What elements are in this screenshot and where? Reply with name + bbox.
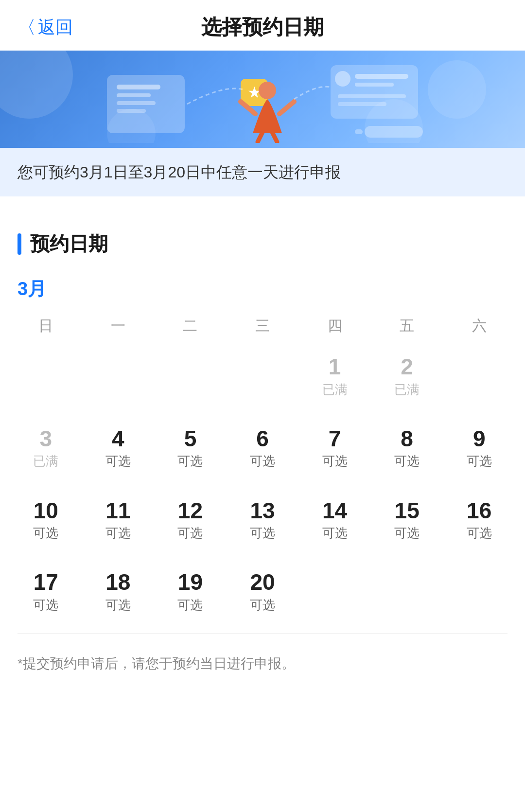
calendar-day-3: 3已满 (10, 418, 82, 480)
banner-scene: ★ (0, 51, 525, 148)
calendar-day-15[interactable]: 15可选 (371, 490, 443, 552)
spacer (0, 196, 525, 211)
calendar-day-8[interactable]: 8可选 (371, 418, 443, 480)
header: 〈 返回 选择预约日期 (0, 0, 525, 51)
section-header: 预约日期 (0, 211, 525, 257)
notice-bar: 您可预约3月1日至3月20日中任意一天进行申报 (0, 148, 525, 196)
calendar-weekday-header: 日 一 二 三 四 五 六 (10, 311, 515, 346)
calendar-grid: 1已满2已满3已满4可选5可选6可选7可选8可选9可选10可选11可选12可选1… (10, 346, 515, 623)
cell-status-label: 已满 (394, 382, 420, 397)
weekday-mon: 一 (82, 316, 155, 336)
calendar: 日 一 二 三 四 五 六 1已满2已满3已满4可选5可选6可选7可选8可选9可… (0, 311, 525, 623)
cell-day-number: 17 (34, 570, 58, 595)
footer-note: *提交预约申请后，请您于预约当日进行申报。 (0, 634, 525, 699)
calendar-empty-0 (10, 346, 82, 408)
svg-rect-12 (355, 129, 363, 134)
calendar-day-5[interactable]: 5可选 (154, 418, 227, 480)
weekday-wed: 三 (227, 316, 299, 336)
weekday-fri: 五 (371, 316, 443, 336)
calendar-day-1: 1已满 (298, 346, 371, 408)
cell-day-number: 8 (401, 426, 413, 451)
cell-status-label: 已满 (33, 454, 58, 469)
weekday-sat: 六 (443, 316, 515, 336)
svg-rect-1 (117, 85, 160, 89)
svg-rect-9 (338, 94, 406, 98)
cell-status-label: 可选 (105, 454, 131, 469)
page-title: 选择预约日期 (201, 14, 324, 41)
calendar-day-17[interactable]: 17可选 (10, 561, 82, 623)
cell-day-number: 20 (250, 570, 275, 595)
calendar-day-12[interactable]: 12可选 (154, 490, 227, 552)
cell-day-number: 3 (39, 426, 52, 451)
cell-status-label: 可选 (250, 598, 275, 613)
weekday-sun: 日 (10, 316, 82, 336)
calendar-day-20[interactable]: 20可选 (227, 561, 299, 623)
cell-day-number: 14 (322, 498, 347, 523)
notice-text: 您可预约3月1日至3月20日中任意一天进行申报 (18, 163, 341, 181)
cell-status-label: 可选 (394, 526, 420, 541)
cell-status-label: 可选 (250, 454, 275, 469)
cell-day-number: 4 (112, 426, 124, 451)
calendar-empty-3 (227, 346, 299, 408)
calendar-day-4[interactable]: 4可选 (82, 418, 155, 480)
calendar-empty-2 (154, 346, 227, 408)
calendar-day-7[interactable]: 7可选 (298, 418, 371, 480)
cell-status-label: 可选 (322, 526, 348, 541)
svg-line-19 (272, 132, 277, 142)
cell-day-number: 16 (467, 498, 491, 523)
calendar-day-6[interactable]: 6可选 (227, 418, 299, 480)
weekday-thu: 四 (298, 316, 371, 336)
cell-status-label: 可选 (322, 454, 348, 469)
calendar-empty-26 (371, 561, 443, 623)
cell-status-label: 可选 (177, 526, 203, 541)
back-label: 返回 (38, 16, 73, 39)
section-bar-decoration (18, 233, 21, 255)
cell-day-number: 1 (329, 354, 341, 379)
cell-status-label: 可选 (394, 454, 420, 469)
cell-status-label: 可选 (33, 598, 58, 613)
svg-rect-7 (355, 74, 408, 79)
cell-day-number: 7 (329, 426, 341, 451)
calendar-day-19[interactable]: 19可选 (154, 561, 227, 623)
back-chevron-icon: 〈 (18, 15, 36, 40)
calendar-day-16[interactable]: 16可选 (443, 490, 515, 552)
section-title-row: 预约日期 (18, 230, 508, 257)
cell-day-number: 10 (34, 498, 58, 523)
calendar-day-11[interactable]: 11可选 (82, 490, 155, 552)
spacer2 (0, 623, 525, 633)
cell-day-number: 9 (473, 426, 486, 451)
calendar-day-14[interactable]: 14可选 (298, 490, 371, 552)
calendar-empty-27 (443, 561, 515, 623)
cell-status-label: 可选 (467, 526, 492, 541)
cell-status-label: 可选 (177, 598, 203, 613)
calendar-day-2: 2已满 (371, 346, 443, 408)
cell-status-label: 可选 (177, 454, 203, 469)
month-label: 3月 (0, 272, 525, 311)
calendar-empty-1 (82, 346, 155, 408)
svg-point-15 (259, 82, 276, 99)
calendar-day-13[interactable]: 13可选 (227, 490, 299, 552)
cell-status-label: 可选 (33, 526, 58, 541)
cell-day-number: 15 (395, 498, 420, 523)
cell-day-number: 2 (401, 354, 413, 379)
calendar-day-10[interactable]: 10可选 (10, 490, 82, 552)
cell-day-number: 5 (184, 426, 197, 451)
cell-status-label: 可选 (105, 526, 131, 541)
cell-status-label: 可选 (250, 526, 275, 541)
cell-day-number: 12 (178, 498, 203, 523)
section-title-text: 预约日期 (30, 230, 108, 257)
cell-day-number: 19 (178, 570, 203, 595)
cell-status-label: 可选 (105, 598, 131, 613)
calendar-empty-6 (443, 346, 515, 408)
cell-status-label: 可选 (467, 454, 492, 469)
back-button[interactable]: 〈 返回 (18, 15, 73, 40)
cell-day-number: 13 (250, 498, 275, 523)
calendar-day-18[interactable]: 18可选 (82, 561, 155, 623)
svg-rect-2 (117, 93, 151, 97)
banner-illustration: ★ (0, 51, 525, 148)
svg-line-18 (258, 132, 262, 142)
cell-day-number: 11 (105, 498, 130, 523)
cell-day-number: 18 (105, 570, 130, 595)
svg-point-6 (335, 71, 350, 87)
calendar-day-9[interactable]: 9可选 (443, 418, 515, 480)
